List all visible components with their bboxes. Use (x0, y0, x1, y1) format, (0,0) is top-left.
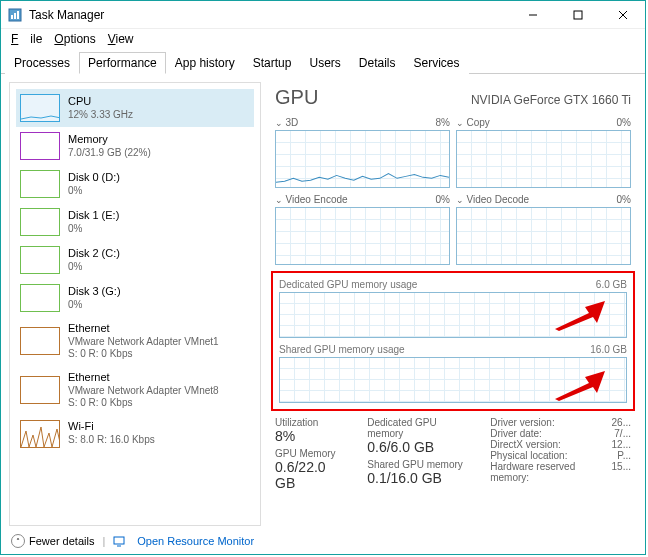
graph-encode-label[interactable]: Video Encode (275, 194, 348, 205)
sidebar-item-sub: 7.0/31.9 GB (22%) (68, 147, 151, 160)
graph-3d[interactable] (275, 130, 450, 188)
sidebar-item-sub: 0% (68, 185, 120, 198)
sidebar-item-name: Memory (68, 133, 151, 147)
info-driver-date-k: Driver date: (490, 428, 542, 439)
ded-label: Dedicated GPU memory (367, 417, 466, 439)
thumbnail-graph (20, 284, 60, 312)
sidebar-item-memory[interactable]: Memory7.0/31.9 GB (22%) (16, 127, 254, 165)
menu-file[interactable]: File (5, 32, 48, 46)
sidebar-item-ethernet[interactable]: EthernetVMware Network Adapter VMnet1S: … (16, 317, 254, 366)
graph-decode-pct: 0% (617, 194, 631, 205)
graph-encode[interactable] (275, 207, 450, 265)
tab-services[interactable]: Services (405, 52, 469, 74)
info-reserved-v: 15... (612, 461, 631, 483)
gpu-name: NVIDIA GeForce GTX 1660 Ti (471, 93, 631, 107)
sidebar-item-wi-fi[interactable]: Wi-FiS: 8.0 R: 16.0 Kbps (16, 415, 254, 453)
graph-dedicated[interactable] (279, 292, 627, 338)
graph-copy-pct: 0% (617, 117, 631, 128)
graph-encode-pct: 0% (436, 194, 450, 205)
thumbnail-graph (20, 94, 60, 122)
sidebar-item-name: CPU (68, 95, 133, 109)
sidebar-item-name: Ethernet (68, 371, 219, 385)
sidebar-item-name: Wi-Fi (68, 420, 155, 434)
dedicated-label: Dedicated GPU memory usage (279, 279, 417, 290)
titlebar[interactable]: Task Manager (1, 1, 645, 29)
ded-value: 0.6/6.0 GB (367, 439, 466, 455)
thumbnail-graph (20, 327, 60, 355)
page-title: GPU (275, 86, 318, 109)
sidebar-item-sub: 12% 3.33 GHz (68, 109, 133, 122)
sidebar-item-sub: VMware Network Adapter VMnet8 (68, 385, 219, 398)
menu-options[interactable]: Options (48, 32, 101, 46)
tab-users[interactable]: Users (300, 52, 349, 74)
svg-rect-1 (11, 15, 13, 19)
window-title: Task Manager (29, 8, 510, 22)
thumbnail-graph (20, 376, 60, 404)
shared-label: Shared GPU memory usage (279, 344, 405, 355)
tab-processes[interactable]: Processes (5, 52, 79, 74)
thumbnail-graph (20, 420, 60, 448)
shared-max: 16.0 GB (590, 344, 627, 355)
info-directx-k: DirectX version: (490, 439, 561, 450)
chevron-up-icon[interactable]: ˄ (11, 534, 25, 548)
info-driver-version-v: 26... (612, 417, 631, 428)
gmem-label: GPU Memory (275, 448, 343, 459)
sidebar-item-disk-2-c-[interactable]: Disk 2 (C:)0% (16, 241, 254, 279)
menubar: File Options View (1, 29, 645, 49)
close-button[interactable] (600, 1, 645, 29)
graph-shared[interactable] (279, 357, 627, 403)
main-panel: GPU NVIDIA GeForce GTX 1660 Ti 3D8% Copy… (261, 74, 645, 534)
util-label: Utilization (275, 417, 343, 428)
info-directx-v: 12... (612, 439, 631, 450)
sidebar-item-name: Disk 2 (C:) (68, 247, 120, 261)
sidebar-item-name: Ethernet (68, 322, 219, 336)
graph-3d-pct: 8% (436, 117, 450, 128)
graph-copy-label[interactable]: Copy (456, 117, 490, 128)
tab-details[interactable]: Details (350, 52, 405, 74)
sidebar[interactable]: CPU12% 3.33 GHzMemory7.0/31.9 GB (22%)Di… (9, 82, 261, 526)
window-frame: Task Manager File Options View Processes… (0, 0, 646, 555)
sidebar-item-sub: S: 8.0 R: 16.0 Kbps (68, 434, 155, 447)
util-value: 8% (275, 428, 343, 444)
dedicated-max: 6.0 GB (596, 279, 627, 290)
sidebar-item-ethernet[interactable]: EthernetVMware Network Adapter VMnet8S: … (16, 366, 254, 415)
sha-label: Shared GPU memory (367, 459, 466, 470)
separator: | (102, 535, 105, 547)
tab-startup[interactable]: Startup (244, 52, 301, 74)
monitor-icon (113, 535, 125, 547)
info-location-v: P... (617, 450, 631, 461)
fewer-details-button[interactable]: Fewer details (29, 535, 94, 547)
sidebar-item-name: Disk 3 (G:) (68, 285, 121, 299)
sha-value: 0.1/16.0 GB (367, 470, 466, 486)
info-driver-version-k: Driver version: (490, 417, 554, 428)
graph-decode-label[interactable]: Video Decode (456, 194, 529, 205)
svg-rect-10 (114, 537, 124, 544)
sidebar-item-sub2: S: 0 R: 0 Kbps (68, 348, 219, 361)
open-resource-monitor-link[interactable]: Open Resource Monitor (137, 535, 254, 547)
tabs: Processes Performance App history Startu… (1, 49, 645, 74)
sidebar-item-sub: 0% (68, 223, 119, 236)
menu-view[interactable]: View (102, 32, 140, 46)
sidebar-item-name: Disk 1 (E:) (68, 209, 119, 223)
tab-app-history[interactable]: App history (166, 52, 244, 74)
minimize-button[interactable] (510, 1, 555, 29)
graph-copy[interactable] (456, 130, 631, 188)
thumbnail-graph (20, 132, 60, 160)
thumbnail-graph (20, 246, 60, 274)
sidebar-item-disk-3-g-[interactable]: Disk 3 (G:)0% (16, 279, 254, 317)
graph-3d-label[interactable]: 3D (275, 117, 298, 128)
sidebar-item-name: Disk 0 (D:) (68, 171, 120, 185)
tab-performance[interactable]: Performance (79, 52, 166, 74)
thumbnail-graph (20, 170, 60, 198)
info-reserved-k: Hardware reserved memory: (490, 461, 603, 483)
sidebar-item-disk-1-e-[interactable]: Disk 1 (E:)0% (16, 203, 254, 241)
svg-rect-5 (574, 11, 582, 19)
sidebar-item-disk-0-d-[interactable]: Disk 0 (D:)0% (16, 165, 254, 203)
sidebar-item-sub: 0% (68, 261, 120, 274)
gmem-value: 0.6/22.0 GB (275, 459, 343, 491)
info-location-k: Physical location: (490, 450, 567, 461)
sidebar-item-cpu[interactable]: CPU12% 3.33 GHz (16, 89, 254, 127)
graph-decode[interactable] (456, 207, 631, 265)
app-icon (7, 7, 23, 23)
maximize-button[interactable] (555, 1, 600, 29)
